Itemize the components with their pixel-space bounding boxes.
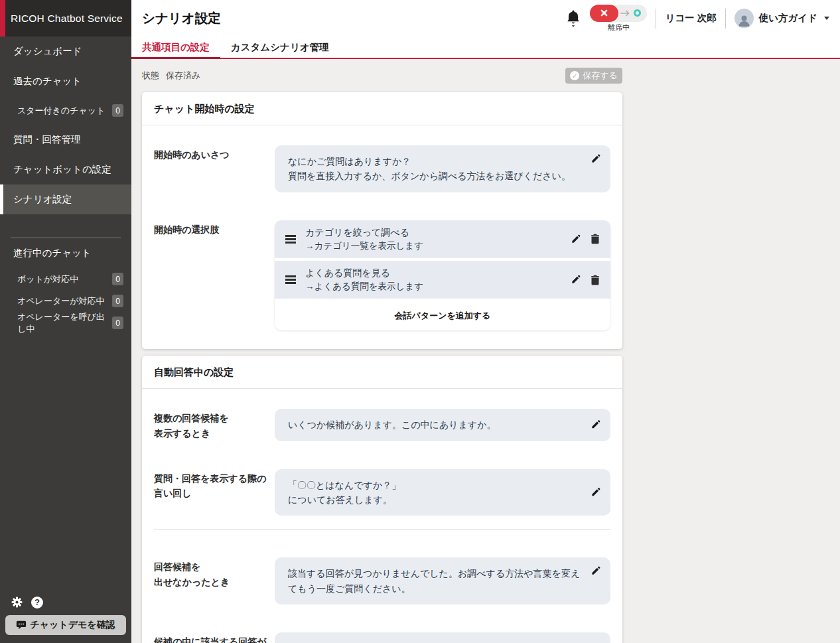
value-box: いくつか候補があります。この中にありますか。 — [275, 409, 610, 441]
value-line: なにかご質問はありますか？ — [288, 154, 581, 169]
save-button[interactable]: ✓ 保存する — [565, 68, 622, 84]
field-label: 質問・回答を表示する際の 言い回し — [154, 469, 275, 516]
field-label: 回答候補を 出せなかったとき — [154, 557, 275, 605]
content-area: 状態 保存済み ✓ 保存する チャット開始時の設定 開始時のあいさつ — [131, 59, 840, 643]
vertical-divider — [656, 9, 656, 29]
greeting-value-box: なにかご質問はありますか？ 質問を直接入力するか、ボタンから調べる方法をお選びく… — [275, 145, 610, 192]
sidebar-item-dashboard[interactable]: ダッシュボード — [0, 36, 131, 66]
vertical-divider — [725, 9, 726, 29]
sidebar-item-operator-handling[interactable]: オペレーターが対応中 0 — [0, 290, 131, 312]
arrow-right-icon — [620, 10, 631, 17]
value-box: 「〇〇とはなんですか？」 についてお答えします。 — [275, 469, 610, 516]
field-multiple-candidates: 複数の回答候補を 表示するとき いくつか候補があります。この中にありますか。 — [154, 409, 610, 441]
sidebar-nav: ダッシュボード 過去のチャット スター付きのチャット 0 質問・回答管理 チャッ… — [0, 36, 131, 214]
page-title: シナリオ設定 — [142, 9, 221, 27]
help-icon[interactable]: ? — [31, 597, 43, 608]
count-badge: 0 — [112, 295, 123, 307]
field-label: 開始時のあいさつ — [154, 145, 275, 192]
choice-desc: →よくある質問を表示します — [305, 280, 423, 293]
edit-icon[interactable] — [591, 488, 600, 498]
edit-icon[interactable] — [591, 420, 600, 430]
field-label: 候補の中に該当する回答が — [154, 632, 275, 643]
trash-icon[interactable] — [591, 234, 600, 244]
section-divider — [154, 529, 610, 530]
card-auto-reply-settings: 自動回答中の設定 複数の回答候補を 表示するとき いくつか候補があります。この中… — [142, 356, 622, 643]
gear-icon[interactable] — [11, 596, 23, 608]
sidebar-item-label: スター付きのチャット — [17, 105, 105, 117]
sidebar-item-label: ダッシュボード — [13, 45, 82, 58]
notification-bell-icon[interactable] — [565, 9, 581, 27]
field-no-candidates: 回答候補を 出せなかったとき 該当する回答が見つかりませんでした。お調べする方法… — [154, 557, 610, 605]
sidebar-item-bot-handling[interactable]: ボットが対応中 0 — [0, 268, 131, 290]
edit-icon[interactable] — [591, 566, 600, 576]
field-no-matching-candidate: 候補の中に該当する回答が — [154, 632, 610, 643]
choice-item-faq: よくある質問を見る →よくある質問を表示します — [275, 261, 610, 299]
card-title: チャット開始時の設定 — [142, 92, 622, 125]
field-label: 複数の回答候補を 表示するとき — [154, 409, 275, 441]
brand-header: RICOH Chatbot Service — [0, 0, 131, 36]
add-conversation-pattern-button[interactable]: 会話パターンを追加する — [275, 301, 610, 330]
avatar — [735, 9, 754, 28]
sidebar-item-chatbot-settings[interactable]: チャットボットの設定 — [0, 155, 131, 184]
guide-menu[interactable]: 使い方ガイド — [735, 9, 829, 28]
user-name[interactable]: リコー 次郎 — [665, 12, 716, 25]
sidebar-ongoing-section: 進行中のチャット ボットが対応中 0 オペレーターが対応中 0 オペレーターを呼… — [0, 238, 131, 334]
edit-icon[interactable] — [571, 275, 581, 285]
choice-list: カテゴリを絞って調べる →カテゴリ一覧を表示します — [275, 220, 610, 331]
sidebar-item-starred-chats[interactable]: スター付きのチャット 0 — [0, 96, 131, 125]
person-icon — [736, 13, 752, 28]
edit-icon[interactable] — [571, 234, 581, 244]
sidebar-section-title: 進行中のチャット — [13, 247, 92, 259]
state-value: 保存済み — [166, 70, 200, 82]
drag-handle-icon[interactable] — [285, 234, 296, 246]
value-line: 該当する回答が見つかりませんでした。お調べする方法や言葉を変えてもう一度ご質問く… — [288, 566, 581, 596]
sidebar-item-qa-management[interactable]: 質問・回答管理 — [0, 125, 131, 155]
check-circle-icon: ✓ — [570, 71, 579, 80]
chevron-down-icon — [824, 17, 829, 20]
choice-title: よくある質問を見る — [305, 266, 423, 280]
tab-common-settings[interactable]: 共通項目の設定 — [131, 36, 220, 58]
card-title: 自動回答中の設定 — [142, 356, 622, 389]
drag-handle-icon[interactable] — [285, 274, 296, 286]
value-line: についてお答えします。 — [288, 492, 581, 507]
count-badge: 0 — [112, 104, 123, 117]
topbar: シナリオ設定 — [131, 0, 840, 36]
tab-bar: 共通項目の設定 カスタムシナリオ管理 — [131, 36, 840, 59]
value-line: 「〇〇とはなんですか？」 — [288, 478, 581, 492]
sidebar: RICOH Chatbot Service ダッシュボード 過去のチャット スタ… — [0, 0, 131, 643]
state-label: 状態 — [142, 70, 159, 82]
sidebar-item-label: オペレーターが対応中 — [17, 295, 105, 307]
choice-title: カテゴリを絞って調べる — [305, 226, 423, 240]
online-state-ring-icon — [634, 9, 641, 17]
sidebar-footer: ? チャットデモを確認 — [0, 596, 131, 643]
away-state-pill — [590, 5, 618, 22]
tab-custom-scenario[interactable]: カスタムシナリオ管理 — [220, 36, 340, 58]
sidebar-item-label: オペレーターを呼び出し中 — [17, 311, 112, 335]
field-qa-phrasing: 質問・回答を表示する際の 言い回し 「〇〇とはなんですか？」 についてお答えしま… — [154, 469, 610, 516]
choice-item-category: カテゴリを絞って調べる →カテゴリ一覧を表示します — [275, 220, 610, 258]
field-label: 開始時の選択肢 — [154, 220, 275, 331]
chat-demo-button[interactable]: チャットデモを確認 — [5, 615, 126, 635]
count-badge: 0 — [112, 317, 123, 329]
presence-toggle[interactable]: 離席中 — [590, 5, 647, 33]
brand-red-accent — [0, 0, 5, 36]
field-greeting: 開始時のあいさつ なにかご質問はありますか？ 質問を直接入力するか、ボタンから調… — [154, 145, 610, 192]
presence-switch[interactable] — [590, 5, 647, 22]
sidebar-item-past-chats[interactable]: 過去のチャット — [0, 66, 131, 96]
sidebar-item-label: 質問・回答管理 — [13, 133, 81, 146]
sidebar-item-ongoing-chats[interactable]: 進行中のチャット — [0, 238, 131, 268]
edit-icon[interactable] — [591, 154, 600, 164]
sidebar-item-label: シナリオ設定 — [13, 193, 72, 206]
sidebar-item-scenario-settings[interactable]: シナリオ設定 — [0, 184, 131, 214]
chat-bubble-icon — [16, 620, 27, 630]
card-chat-start-settings: チャット開始時の設定 開始時のあいさつ なにかご質問はありますか？ 質問を直接入… — [142, 92, 622, 349]
main-area: シナリオ設定 — [131, 0, 840, 643]
count-badge: 0 — [112, 273, 123, 285]
value-box: 該当する回答が見つかりませんでした。お調べする方法や言葉を変えてもう一度ご質問く… — [275, 557, 610, 605]
value-line: いくつか候補があります。この中にありますか。 — [288, 417, 581, 432]
trash-icon[interactable] — [591, 275, 600, 285]
sidebar-item-operator-calling[interactable]: オペレーターを呼び出し中 0 — [0, 312, 131, 334]
sidebar-item-label: ボットが対応中 — [17, 273, 78, 285]
value-line: 質問を直接入力するか、ボタンから調べる方法をお選びください。 — [288, 169, 581, 183]
field-start-choices: 開始時の選択肢 カテゴリを絞って調べる →カテゴリ一覧を表示します — [154, 220, 610, 331]
